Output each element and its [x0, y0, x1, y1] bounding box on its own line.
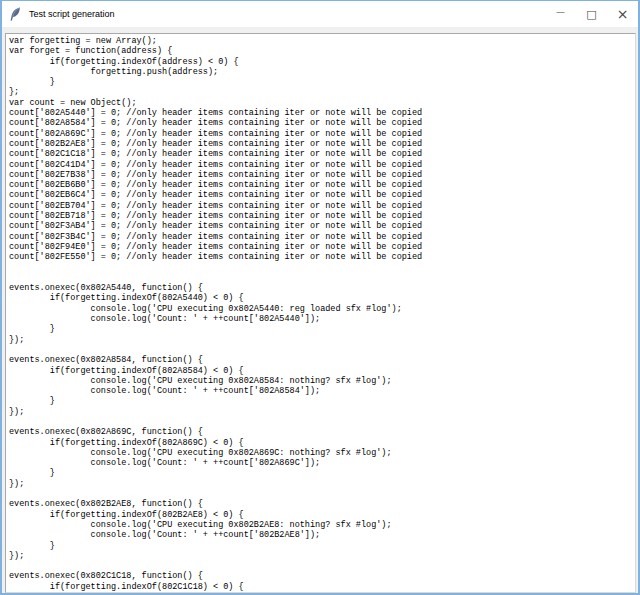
script-code: var forgetting = new Array(); var forget…	[6, 34, 635, 593]
window-content: var forgetting = new Array(); var forget…	[2, 27, 638, 593]
window: Test script generation — □ × var forgett…	[0, 0, 640, 595]
close-button[interactable]: ×	[607, 1, 638, 27]
tk-feather-icon	[8, 6, 22, 22]
maximize-icon: □	[586, 8, 596, 21]
minimize-icon: —	[556, 7, 565, 17]
close-icon: ×	[617, 6, 629, 22]
script-text-area[interactable]: var forgetting = new Array(); var forget…	[5, 33, 636, 593]
caption-buttons: — □ ×	[545, 1, 638, 27]
window-title: Test script generation	[29, 9, 115, 19]
titlebar[interactable]: Test script generation — □ ×	[2, 1, 638, 27]
maximize-button[interactable]: □	[576, 1, 607, 27]
minimize-button[interactable]: —	[545, 1, 576, 27]
